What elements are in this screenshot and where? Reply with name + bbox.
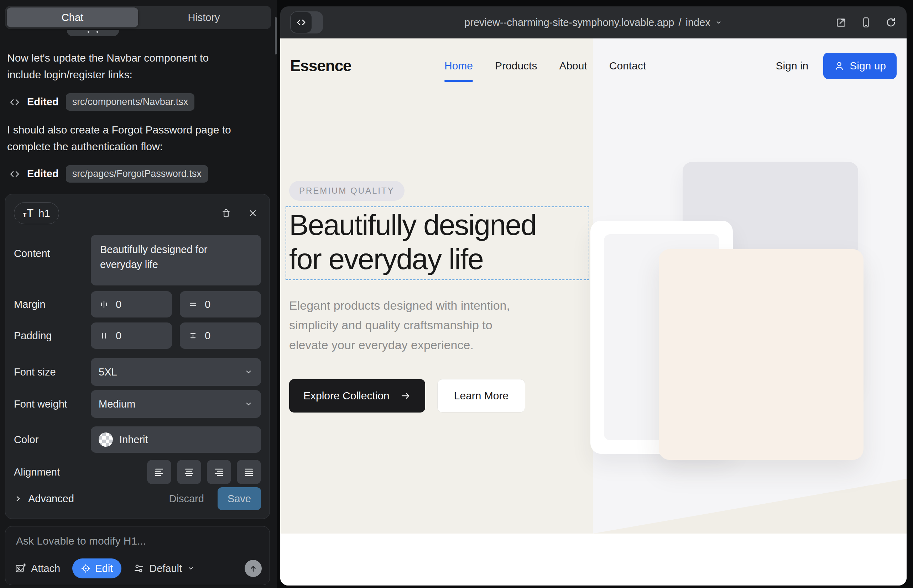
align-justify-button[interactable] — [237, 460, 261, 484]
section-below-hero — [280, 533, 907, 585]
page-selector[interactable]: index — [686, 17, 711, 29]
chevron-down-icon — [244, 367, 253, 376]
chat-history-tabs: Chat History — [5, 6, 271, 29]
trash-icon — [220, 207, 232, 219]
code-icon — [9, 169, 20, 179]
selected-element-chip[interactable]: тT h1 — [14, 202, 59, 224]
preview-toolbar: preview--charming-site-symphony.lovable.… — [280, 6, 907, 39]
edited-label: Edited — [27, 168, 59, 180]
prompt-composer: Attach Edit Default — [5, 526, 270, 585]
nav-link-contact[interactable]: Contact — [609, 60, 646, 72]
nav-link-products[interactable]: Products — [495, 60, 537, 72]
font-weight-select[interactable]: Medium — [91, 390, 261, 418]
edit-mode-button[interactable]: Edit — [72, 559, 121, 578]
site-preview: Essence Home Products About Contact Sign… — [280, 39, 907, 585]
transparent-color-swatch — [99, 433, 113, 447]
advanced-toggle[interactable]: Advanced — [14, 493, 74, 505]
nav-link-about[interactable]: About — [559, 60, 587, 72]
scrolled-chip-partial — [67, 30, 119, 36]
chevron-down-icon[interactable] — [715, 18, 722, 26]
sliders-icon — [134, 563, 144, 574]
typography-icon: тT — [23, 207, 34, 220]
decorative-card-beige — [659, 249, 863, 460]
save-button[interactable]: Save — [218, 487, 261, 510]
color-select[interactable]: Inherit — [91, 426, 261, 453]
discard-button[interactable]: Discard — [169, 493, 204, 505]
open-external-button[interactable] — [835, 17, 847, 28]
lovable-sidebar: Chat History Now let's update the Navbar… — [0, 0, 277, 588]
code-preview-toggle[interactable] — [290, 11, 323, 34]
premium-badge: PREMIUM QUALITY — [289, 181, 405, 201]
arrow-up-icon — [249, 564, 257, 573]
margin-label: Margin — [14, 299, 91, 310]
tab-history[interactable]: History — [138, 8, 270, 27]
attach-button[interactable]: Attach — [15, 563, 60, 575]
align-right-icon — [213, 466, 225, 478]
edited-file-row: Edited src/pages/ForgotPassword.tsx — [9, 165, 208, 183]
url-breadcrumb: preview--charming-site-symphony.lovable.… — [280, 6, 907, 39]
delete-element-button[interactable] — [220, 207, 232, 219]
chat-scrollbar[interactable] — [275, 17, 277, 55]
margin-y-input[interactable]: 0 — [180, 291, 261, 318]
tab-chat[interactable]: Chat — [7, 8, 138, 27]
chevron-down-icon — [244, 399, 253, 409]
chat-message: I should also create a Forgot Password p… — [7, 122, 242, 155]
file-chip[interactable]: src/components/Navbar.tsx — [66, 93, 195, 111]
refresh-button[interactable] — [885, 17, 897, 28]
padding-y-input[interactable]: 0 — [180, 323, 261, 349]
smartphone-icon — [860, 17, 872, 28]
margin-x-input[interactable]: 0 — [91, 291, 172, 318]
alignment-label: Alignment — [14, 466, 91, 478]
padding-label: Padding — [14, 330, 91, 342]
decorative-wedge — [593, 477, 907, 533]
mobile-view-button[interactable] — [860, 17, 872, 28]
preview-browser-window: preview--charming-site-symphony.lovable.… — [280, 6, 907, 585]
padding-horizontal-icon — [99, 330, 109, 341]
code-icon — [296, 18, 306, 27]
learn-more-button[interactable]: Learn More — [437, 379, 525, 412]
font-weight-label: Font weight — [14, 398, 91, 410]
close-inspector-button[interactable] — [248, 208, 258, 218]
prompt-input[interactable] — [16, 535, 258, 556]
align-right-button[interactable] — [207, 460, 231, 484]
code-icon — [9, 97, 20, 108]
chat-message: Now let's update the Navbar component to… — [7, 50, 242, 83]
signin-button[interactable]: Sign in — [776, 60, 809, 72]
close-icon — [248, 208, 258, 218]
padding-vertical-icon — [188, 330, 198, 341]
signup-button[interactable]: Sign up — [823, 53, 897, 79]
refresh-icon — [885, 17, 897, 28]
color-label: Color — [14, 434, 91, 446]
user-icon — [834, 60, 845, 71]
margin-horizontal-icon — [99, 299, 109, 310]
attach-image-icon — [15, 563, 26, 574]
align-center-icon — [183, 466, 195, 478]
selected-h1-outline[interactable]: Beautifully designed for everyday life — [286, 207, 589, 280]
edited-label: Edited — [27, 96, 59, 108]
align-left-icon — [153, 466, 165, 478]
nav-links: Home Products About Contact — [444, 39, 646, 93]
align-center-button[interactable] — [177, 460, 201, 484]
chevron-down-icon — [187, 564, 195, 572]
file-chip[interactable]: src/pages/ForgotPassword.tsx — [66, 165, 208, 183]
font-size-label: Font size — [14, 366, 91, 378]
font-size-select[interactable]: 5XL — [91, 358, 261, 386]
explore-collection-button[interactable]: Explore Collection — [289, 379, 425, 412]
arrow-right-icon — [400, 391, 411, 401]
hero-paragraph: Elegant products designed with intention… — [289, 296, 570, 355]
hero-section: PREMIUM QUALITY Beautifully designed for… — [280, 93, 907, 533]
padding-x-input[interactable]: 0 — [91, 323, 172, 349]
crosshair-icon — [81, 564, 91, 573]
inspector-header: тT h1 — [14, 202, 261, 224]
external-link-icon — [835, 17, 847, 28]
site-logo[interactable]: Essence — [290, 57, 351, 75]
align-justify-icon — [243, 466, 255, 478]
hero-heading[interactable]: Beautifully designed for everyday life — [289, 208, 538, 276]
chevron-right-icon — [14, 494, 23, 503]
send-button[interactable] — [244, 560, 262, 577]
content-input[interactable]: Beautifully designed for everyday life — [91, 235, 261, 286]
site-navbar: Essence Home Products About Contact Sign… — [280, 39, 907, 93]
align-left-button[interactable] — [147, 460, 171, 484]
nav-link-home[interactable]: Home — [444, 60, 473, 72]
mode-select[interactable]: Default — [134, 563, 195, 575]
